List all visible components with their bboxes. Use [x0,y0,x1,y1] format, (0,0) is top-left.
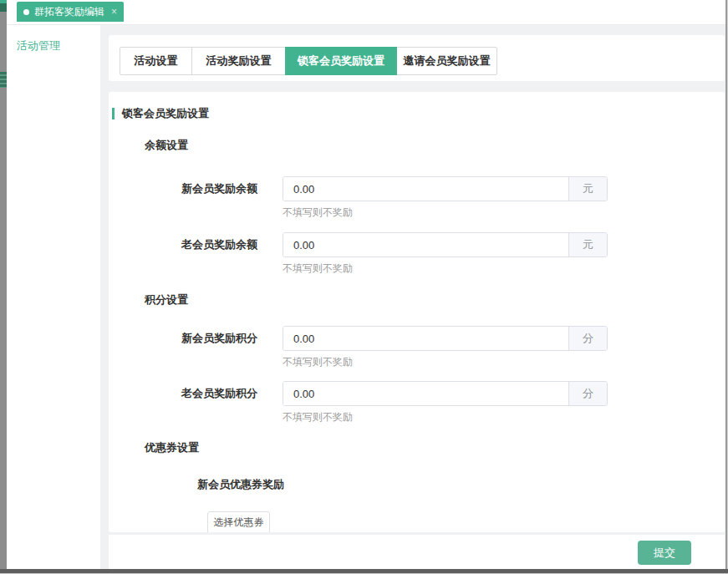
sidebar-item-activity-management[interactable]: 活动管理 [7,25,100,53]
tab-invite-member-reward-settings[interactable]: 邀请会员奖励设置 [396,47,497,75]
unit-suffix-yuan: 元 [568,233,607,257]
field-label-new-member-balance: 新会员奖励余额 [109,181,257,196]
form-row: 老会员奖励积分 分 [109,381,608,406]
group-title-balance: 余额设置 [145,138,188,153]
close-icon[interactable]: × [111,7,117,17]
old-member-balance-input[interactable] [283,233,568,257]
form-row: 老会员奖励余额 元 [109,232,608,257]
tab-activity-settings[interactable]: 活动设置 [120,47,192,75]
unit-suffix-fen: 分 [568,327,607,350]
tab-bar-card: 活动设置 活动奖励设置 锁客会员奖励设置 邀请会员奖励设置 [109,35,725,81]
section-accent-bar [112,108,115,119]
select-coupon-button[interactable]: 选择优惠券 [207,511,270,532]
help-text: 不填写则不奖励 [283,410,353,424]
help-text: 不填写则不奖励 [283,206,353,220]
form-row: 新会员奖励积分 分 [109,326,608,351]
input-group: 元 [283,232,608,257]
screen: 群拓客奖励编辑 × 活动管理 活动设置 活动奖励设置 锁客会员奖励设置 邀请会员… [0,0,728,574]
app-window: 群拓客奖励编辑 × 活动管理 活动设置 活动奖励设置 锁客会员奖励设置 邀请会员… [7,0,725,569]
tab-locked-member-reward-settings[interactable]: 锁客会员奖励设置 [285,47,397,75]
underlying-text-fragment [0,72,7,88]
underlying-page-edge [0,0,7,574]
field-label-new-member-coupon: 新会员优惠券奖励 [197,477,284,492]
page-tab-active[interactable]: 群拓客奖励编辑 × [17,2,124,22]
tab-group: 活动设置 活动奖励设置 锁客会员奖励设置 邀请会员奖励设置 [120,47,497,75]
field-label-old-member-points: 老会员奖励积分 [109,386,257,401]
unit-suffix-fen: 分 [568,382,607,405]
page-tab-label: 群拓客奖励编辑 [34,5,104,19]
input-group: 分 [283,381,608,406]
tab-dot-icon [23,9,29,15]
old-member-points-input[interactable] [283,382,568,405]
sidebar: 活动管理 [7,25,100,569]
underlying-header-fragment-top [0,0,7,3]
unit-suffix-yuan: 元 [568,177,607,201]
input-group: 分 [283,326,608,351]
tab-activity-reward-settings[interactable]: 活动奖励设置 [191,47,286,75]
field-label-old-member-balance: 老会员奖励余额 [109,237,257,252]
group-title-points: 积分设置 [145,292,188,307]
group-title-coupon: 优惠券设置 [145,440,199,455]
modal-bottom-edge [0,569,728,574]
new-member-points-input[interactable] [283,327,568,350]
help-text: 不填写则不奖励 [283,262,353,276]
help-text: 不填写则不奖励 [283,355,353,369]
input-group: 元 [283,176,608,201]
field-label-new-member-points: 新会员奖励积分 [109,331,257,346]
content-area: 活动设置 活动奖励设置 锁客会员奖励设置 邀请会员奖励设置 锁客会员奖励设置 余… [100,25,725,569]
footer-bar: 提交 [109,535,725,569]
form-row: 新会员奖励余额 元 [109,176,608,201]
section-title: 锁客会员奖励设置 [122,106,209,121]
new-member-balance-input[interactable] [283,177,568,201]
submit-button[interactable]: 提交 [638,541,691,565]
form-card: 锁客会员奖励设置 余额设置 新会员奖励余额 元 不填写则不奖励 老会员奖励余额 [109,92,725,532]
section-header: 锁客会员奖励设置 [112,106,209,121]
topbar: 群拓客奖励编辑 × [7,0,725,25]
